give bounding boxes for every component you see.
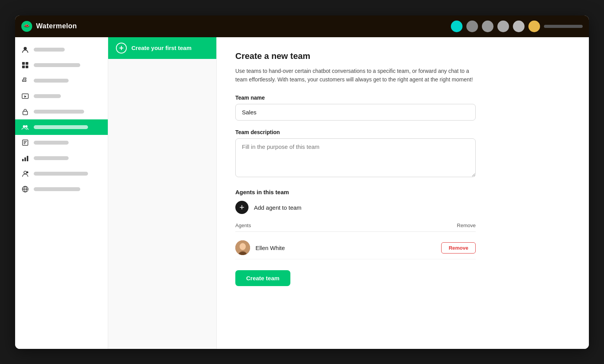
topbar-actions <box>451 21 583 32</box>
remove-agent-button[interactable]: Remove <box>441 242 476 254</box>
sidebar-label-bar <box>34 141 69 145</box>
agents-col-agents: Agents <box>235 223 251 228</box>
sidebar <box>15 37 108 349</box>
svg-point-11 <box>25 125 28 128</box>
sidebar-label-bar <box>34 187 80 191</box>
topbar-user-avatar[interactable] <box>528 21 540 32</box>
sidebar-item-media[interactable] <box>15 88 108 104</box>
sidebar-item-analytics[interactable] <box>15 150 108 166</box>
puzzle-icon <box>21 77 29 85</box>
agents-section-title: Agents in this team <box>235 189 570 195</box>
sidebar-active-label <box>34 125 88 129</box>
topbar-circle-3[interactable] <box>482 21 494 32</box>
page-description: Use teams to hand-over certain chatbot c… <box>235 67 476 84</box>
agents-table-header: Agents Remove <box>235 223 476 232</box>
team-description-textarea[interactable] <box>235 138 476 177</box>
app-logo: Watermelon <box>21 21 77 32</box>
contacts-icon <box>21 170 29 178</box>
sidebar-label-bar <box>34 79 69 83</box>
sidebar-item-users[interactable] <box>15 42 108 57</box>
sidebar-item-security[interactable] <box>15 104 108 119</box>
sidebar-label-bar <box>34 156 69 160</box>
sidebar-item-teams[interactable] <box>15 119 108 135</box>
svg-rect-15 <box>27 156 28 161</box>
sidebar-item-reports[interactable] <box>15 135 108 150</box>
svg-rect-7 <box>26 66 28 68</box>
table-row: Ellen White Remove <box>235 236 476 259</box>
svg-rect-14 <box>24 157 26 161</box>
topbar-user-name <box>544 25 583 28</box>
analytics-icon <box>21 154 29 162</box>
add-agent-label: Add agent to team <box>254 204 302 211</box>
team-description-label: Team description <box>235 129 570 135</box>
svg-point-1 <box>26 25 26 26</box>
content-panel: Create a new team Use teams to hand-over… <box>217 37 589 349</box>
sidebar-label-bar <box>34 94 61 98</box>
svg-point-23 <box>240 243 245 249</box>
media-icon <box>21 92 29 100</box>
teams-icon <box>21 123 29 131</box>
create-team-button[interactable]: Create team <box>235 270 290 286</box>
topbar-circle-5[interactable] <box>513 21 525 32</box>
agents-col-remove: Remove <box>457 223 476 228</box>
add-agent-button[interactable]: + Add agent to team <box>235 201 570 214</box>
agent-name: Ellen White <box>255 245 441 251</box>
sidebar-item-language[interactable] <box>15 181 108 197</box>
topbar-circle-2[interactable] <box>466 21 478 32</box>
svg-rect-5 <box>26 62 28 65</box>
lock-icon <box>21 108 29 116</box>
svg-rect-9 <box>23 111 28 115</box>
sidebar-label-bar <box>34 63 80 67</box>
create-first-team-label: Create your first team <box>131 45 192 51</box>
sidebar-label-bar <box>34 172 88 176</box>
topbar: Watermelon <box>15 16 589 37</box>
sidebar-label-bar <box>34 110 84 114</box>
svg-point-17 <box>26 171 28 173</box>
reports-icon <box>21 139 29 147</box>
sidebar-item-integrations[interactable] <box>15 73 108 88</box>
create-first-team-button[interactable]: + Create your first team <box>108 37 216 59</box>
logo-icon <box>21 21 32 32</box>
topbar-circle-4[interactable] <box>497 21 509 32</box>
svg-point-16 <box>24 171 27 174</box>
svg-rect-4 <box>22 62 25 65</box>
team-name-input[interactable] <box>235 104 476 121</box>
svg-point-10 <box>23 125 25 128</box>
page-title: Create a new team <box>235 51 570 61</box>
svg-point-3 <box>24 47 27 50</box>
svg-rect-6 <box>22 66 25 68</box>
middle-panel: + Create your first team <box>108 37 217 349</box>
dashboard-icon <box>21 61 29 69</box>
agent-avatar <box>235 240 250 255</box>
sidebar-label-bar <box>34 48 65 52</box>
svg-point-2 <box>27 25 28 26</box>
sidebar-item-contacts[interactable] <box>15 166 108 181</box>
user-icon <box>21 46 29 53</box>
create-plus-icon: + <box>116 43 127 53</box>
add-agent-icon: + <box>235 201 249 214</box>
team-name-label: Team name <box>235 95 570 101</box>
app-title: Watermelon <box>36 22 77 30</box>
svg-rect-13 <box>22 159 24 161</box>
sidebar-item-dashboard[interactable] <box>15 57 108 73</box>
globe-icon <box>21 185 29 193</box>
topbar-circle-1[interactable] <box>451 21 462 32</box>
main-area: + Create your first team Create a new te… <box>15 37 589 349</box>
